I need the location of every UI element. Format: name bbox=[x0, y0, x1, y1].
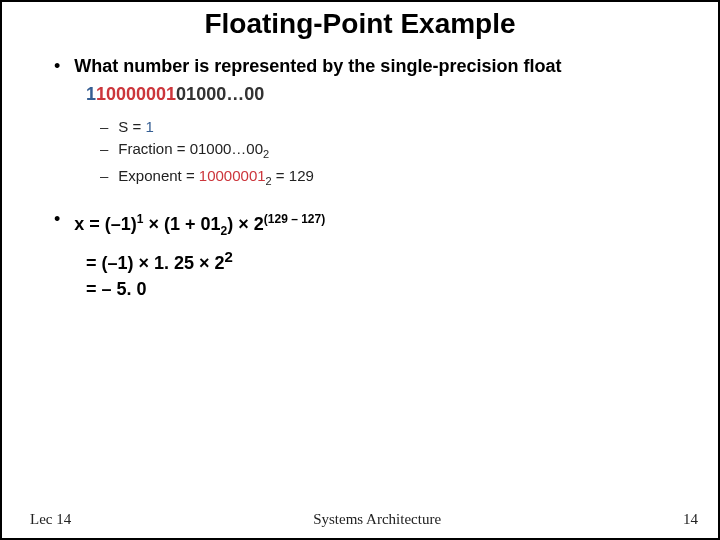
s-line: S = 1 bbox=[118, 116, 153, 138]
bullet-dot: • bbox=[54, 206, 60, 232]
dash-icon: – bbox=[100, 165, 108, 187]
f-sub: 2 bbox=[263, 148, 269, 160]
calc-line-1: x = (–1)1 × (1 + 012) × 2(129 – 127) bbox=[74, 206, 325, 244]
e-equals: = 129 bbox=[272, 167, 314, 184]
s-label: S = bbox=[118, 118, 145, 135]
float-bits: 11000000101000…00 bbox=[86, 82, 690, 106]
footer-left: Lec 14 bbox=[30, 511, 71, 528]
calc-line-2: = (–1) × 1. 25 × 22 bbox=[86, 244, 690, 276]
fraction-line: Fraction = 01000…002 bbox=[118, 138, 269, 165]
exponent-line: Exponent = 100000012 = 129 bbox=[118, 165, 313, 192]
f-value: 01000…00 bbox=[190, 140, 263, 157]
footer-center: Systems Architecture bbox=[313, 511, 441, 528]
calc-line-3: = – 5. 0 bbox=[86, 276, 690, 302]
e-label: Exponent = bbox=[118, 167, 198, 184]
footer: Lec 14 Systems Architecture 14 bbox=[2, 511, 718, 528]
footer-right: 14 bbox=[683, 511, 698, 528]
slide: Floating-Point Example • What number is … bbox=[0, 0, 720, 540]
slide-title: Floating-Point Example bbox=[2, 8, 718, 40]
exponent-bits: 10000001 bbox=[96, 84, 176, 104]
sign-bit: 1 bbox=[86, 84, 96, 104]
f-label: Fraction = bbox=[118, 140, 189, 157]
s-value: 1 bbox=[145, 118, 153, 135]
sub-exponent: – Exponent = 100000012 = 129 bbox=[100, 165, 690, 192]
question-text: What number is represented by the single… bbox=[74, 54, 561, 78]
dash-icon: – bbox=[100, 116, 108, 138]
dash-icon: – bbox=[100, 138, 108, 160]
calculation: • x = (–1)1 × (1 + 012) × 2(129 – 127) =… bbox=[30, 206, 690, 302]
calc-row-1: • x = (–1)1 × (1 + 012) × 2(129 – 127) bbox=[30, 206, 690, 244]
slide-content: • What number is represented by the sing… bbox=[2, 54, 718, 302]
sub-s: – S = 1 bbox=[100, 116, 690, 138]
fraction-bits: 01000…00 bbox=[176, 84, 264, 104]
sub-fraction: – Fraction = 01000…002 bbox=[100, 138, 690, 165]
bullet-dot: • bbox=[54, 54, 60, 78]
e-value: 10000001 bbox=[199, 167, 266, 184]
question-bullet: • What number is represented by the sing… bbox=[30, 54, 690, 78]
